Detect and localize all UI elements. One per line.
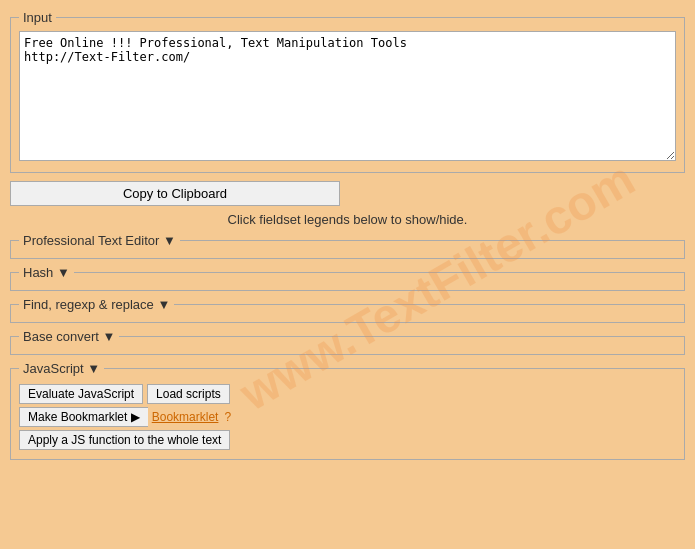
make-bookmarklet-container: Make Bookmarklet ▶ — [19, 407, 148, 427]
apply-js-function-button[interactable]: Apply a JS function to the whole text — [19, 430, 230, 450]
make-bookmarklet-button[interactable]: Make Bookmarklet ▶ — [19, 407, 148, 427]
find-regexp-fieldset: Find, regexp & replace ▼ — [10, 297, 685, 323]
main-container: www.TextFilter.com Input Free Online !!!… — [10, 10, 685, 460]
pro-text-editor-legend[interactable]: Professional Text Editor ▼ — [19, 233, 180, 248]
find-regexp-legend[interactable]: Find, regexp & replace ▼ — [19, 297, 174, 312]
js-row-1: Evaluate JavaScript Load scripts — [19, 384, 676, 404]
js-row-2: Make Bookmarklet ▶ Bookmarklet ? — [19, 407, 676, 427]
javascript-section-content: Evaluate JavaScript Load scripts Make Bo… — [19, 380, 676, 450]
bookmarklet-link[interactable]: Bookmarklet — [152, 410, 219, 424]
load-scripts-button[interactable]: Load scripts — [147, 384, 230, 404]
base-convert-fieldset: Base convert ▼ — [10, 329, 685, 355]
evaluate-javascript-button[interactable]: Evaluate JavaScript — [19, 384, 143, 404]
pro-text-editor-fieldset: Professional Text Editor ▼ — [10, 233, 685, 259]
bookmarklet-help-icon[interactable]: ? — [224, 410, 231, 424]
copy-btn-container: Copy to Clipboard — [10, 181, 685, 206]
copy-to-clipboard-button[interactable]: Copy to Clipboard — [10, 181, 340, 206]
input-textarea[interactable]: Free Online !!! Professional, Text Manip… — [19, 31, 676, 161]
hash-fieldset: Hash ▼ — [10, 265, 685, 291]
fieldset-info: Click fieldset legends below to show/hid… — [10, 212, 685, 227]
base-convert-legend[interactable]: Base convert ▼ — [19, 329, 119, 344]
javascript-legend[interactable]: JavaScript ▼ — [19, 361, 104, 376]
input-legend: Input — [19, 10, 56, 25]
hash-legend[interactable]: Hash ▼ — [19, 265, 74, 280]
javascript-fieldset: JavaScript ▼ Evaluate JavaScript Load sc… — [10, 361, 685, 460]
js-row-3: Apply a JS function to the whole text — [19, 430, 676, 450]
input-fieldset: Input Free Online !!! Professional, Text… — [10, 10, 685, 173]
